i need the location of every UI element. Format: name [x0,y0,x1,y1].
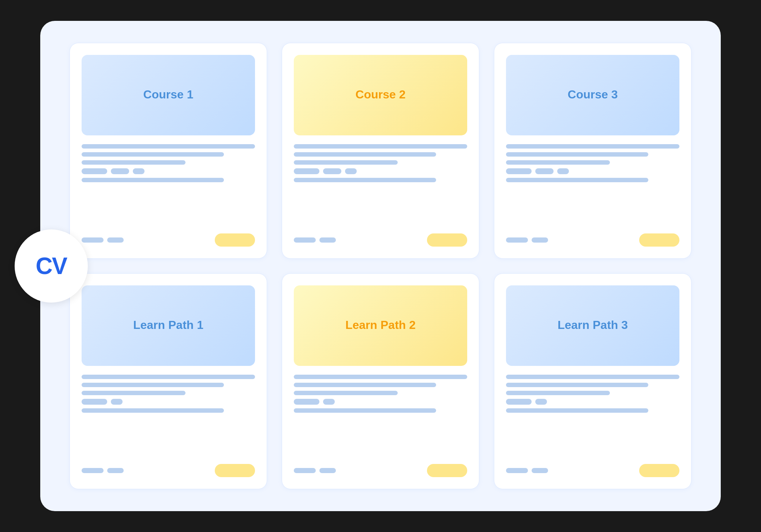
card-title-course-1: Course 1 [143,88,194,101]
footer-tag [506,468,528,473]
card-footer-course-2 [294,233,467,247]
tag-line [323,168,341,174]
tag-line [323,399,335,405]
tag-line [345,168,357,174]
tag-line [133,168,145,174]
content-line [506,144,679,149]
card-learn-path-2[interactable]: Learn Path 2 [282,273,479,489]
tag-line [557,168,569,174]
content-line [82,375,255,379]
content-line [506,391,610,395]
tag-line [82,399,107,405]
action-button-learn-path-1[interactable] [215,464,255,477]
tag-line [111,168,129,174]
card-footer-course-3 [506,233,679,247]
footer-tag [319,237,336,243]
content-line [294,144,467,149]
footer-tag [294,468,316,473]
content-line [506,408,648,413]
footer-tag [107,237,124,243]
card-course-3[interactable]: Course 3 [494,43,691,259]
card-content-course-1 [82,144,255,226]
tag-group [506,168,679,174]
card-title-learn-path-1: Learn Path 1 [133,318,203,332]
tag-group [506,399,679,405]
footer-tag [107,468,124,473]
footer-tag [82,237,104,243]
card-title-course-2: Course 2 [356,88,406,101]
card-content-learn-path-2 [294,375,467,457]
footer-tag [532,237,548,243]
card-thumbnail-course-3: Course 3 [506,55,679,135]
content-line [506,152,648,157]
tag-line [82,168,107,174]
tag-line [506,399,532,405]
content-line [506,375,679,379]
content-line [82,160,185,165]
card-footer-learn-path-3 [506,464,679,477]
footer-tags [82,237,124,243]
content-line [82,383,224,387]
card-thumbnail-learn-path-2: Learn Path 2 [294,285,467,366]
content-line [294,152,436,157]
logo-badge: CV [15,229,88,303]
content-line [294,408,436,413]
content-line [82,408,224,413]
content-line [82,144,255,149]
content-line [506,383,648,387]
content-line [506,160,610,165]
card-footer-course-1 [82,233,255,247]
content-line [82,178,224,182]
card-course-1[interactable]: Course 1 [70,43,267,259]
card-footer-learn-path-1 [82,464,255,477]
tag-group [82,399,255,405]
footer-tag [506,237,528,243]
content-line [82,152,224,157]
action-button-course-2[interactable] [427,233,467,247]
footer-tag [82,468,104,473]
card-content-learn-path-1 [82,375,255,457]
card-content-learn-path-3 [506,375,679,457]
footer-tags [506,468,548,473]
content-line [294,178,436,182]
card-title-learn-path-3: Learn Path 3 [558,318,628,332]
content-line [82,391,185,395]
tag-group [294,399,467,405]
card-content-course-3 [506,144,679,226]
content-line [294,375,467,379]
tag-line [111,399,123,405]
card-title-course-3: Course 3 [568,88,618,101]
footer-tags [82,468,124,473]
logo-text: CV [36,252,67,280]
card-thumbnail-course-2: Course 2 [294,55,467,135]
tag-line [506,168,532,174]
tag-group [294,168,467,174]
card-thumbnail-learn-path-3: Learn Path 3 [506,285,679,366]
card-thumbnail-learn-path-1: Learn Path 1 [82,285,255,366]
tag-line [294,168,319,174]
content-line [294,160,398,165]
card-learn-path-1[interactable]: Learn Path 1 [70,273,267,489]
footer-tag [294,237,316,243]
tag-line [535,399,547,405]
content-line [506,178,648,182]
card-footer-learn-path-2 [294,464,467,477]
footer-tag [319,468,336,473]
tag-group [82,168,255,174]
action-button-course-1[interactable] [215,233,255,247]
card-grid: Course 1 [70,43,691,489]
action-button-learn-path-3[interactable] [639,464,679,477]
card-learn-path-3[interactable]: Learn Path 3 [494,273,691,489]
action-button-course-3[interactable] [639,233,679,247]
card-course-2[interactable]: Course 2 [282,43,479,259]
footer-tags [506,237,548,243]
card-thumbnail-course-1: Course 1 [82,55,255,135]
content-line [294,391,398,395]
footer-tag [532,468,548,473]
action-button-learn-path-2[interactable] [427,464,467,477]
footer-tags [294,237,336,243]
card-content-course-2 [294,144,467,226]
content-line [294,383,436,387]
footer-tags [294,468,336,473]
main-container: CV Course 1 [40,21,721,511]
